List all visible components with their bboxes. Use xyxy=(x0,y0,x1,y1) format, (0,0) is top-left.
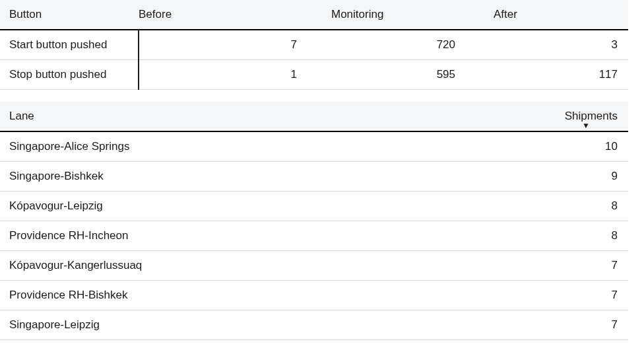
cell-lane: Singapore-Leipzig xyxy=(0,310,536,340)
cell-after: 117 xyxy=(462,60,628,90)
cell-before: 1 xyxy=(139,60,297,90)
cell-shipments: 7 xyxy=(536,281,628,310)
cell-shipments: 8 xyxy=(536,221,628,251)
col-header-button[interactable]: Button xyxy=(0,0,139,30)
table-row: Singapore-Bishkek 9 xyxy=(0,162,628,192)
table-row: Start button pushed 7 720 3 xyxy=(0,30,628,60)
sort-desc-icon: ▼ xyxy=(582,122,590,129)
cell-button: Stop button pushed xyxy=(0,60,139,90)
cell-monitoring: 720 xyxy=(297,30,462,60)
cell-after: 3 xyxy=(462,30,628,60)
col-header-after[interactable]: After xyxy=(462,0,628,30)
col-header-before[interactable]: Before xyxy=(139,0,297,30)
cell-lane: Singapore-Bishkek xyxy=(0,162,536,192)
col-header-shipments[interactable]: Shipments ▼ xyxy=(536,102,628,131)
cell-shipments: 7 xyxy=(536,310,628,340)
col-header-monitoring[interactable]: Monitoring xyxy=(297,0,462,30)
cell-shipments: 8 xyxy=(536,192,628,221)
col-header-shipments-label: Shipments xyxy=(565,110,618,122)
cell-shipments: 10 xyxy=(536,131,628,162)
cell-lane: Providence RH-Bishkek xyxy=(0,281,536,310)
cell-shipments: 7 xyxy=(536,251,628,281)
cell-shipments: 9 xyxy=(536,162,628,192)
table-row: Providence RH-Bishkek 7 xyxy=(0,281,628,310)
button-events-table: Button Before Monitoring After Start but… xyxy=(0,0,628,90)
cell-lane: Singapore-Alice Springs xyxy=(0,131,536,162)
table-header-row: Lane Shipments ▼ xyxy=(0,102,628,131)
table-row: Kópavogur-Kangerlussuaq 7 xyxy=(0,251,628,281)
table-row: Stop button pushed 1 595 117 xyxy=(0,60,628,90)
table-row: Singapore-Leipzig 7 xyxy=(0,310,628,340)
table-header-row: Button Before Monitoring After xyxy=(0,0,628,30)
table-row: Kópavogur-Leipzig 8 xyxy=(0,192,628,221)
cell-lane: Providence RH-Incheon xyxy=(0,221,536,251)
page-scroll-region[interactable]: Button Before Monitoring After Start but… xyxy=(0,0,644,356)
table-row: Providence RH-Incheon 8 xyxy=(0,221,628,251)
cell-lane: Kópavogur-Kangerlussuaq xyxy=(0,251,536,281)
cell-lane: Kópavogur-Leipzig xyxy=(0,192,536,221)
cell-monitoring: 595 xyxy=(297,60,462,90)
col-header-lane[interactable]: Lane xyxy=(0,102,536,131)
cell-button: Start button pushed xyxy=(0,30,139,60)
cell-before: 7 xyxy=(139,30,297,60)
table-row: Singapore-Alice Springs 10 xyxy=(0,131,628,162)
shipments-table: Lane Shipments ▼ Singapore-Alice Springs… xyxy=(0,102,628,340)
